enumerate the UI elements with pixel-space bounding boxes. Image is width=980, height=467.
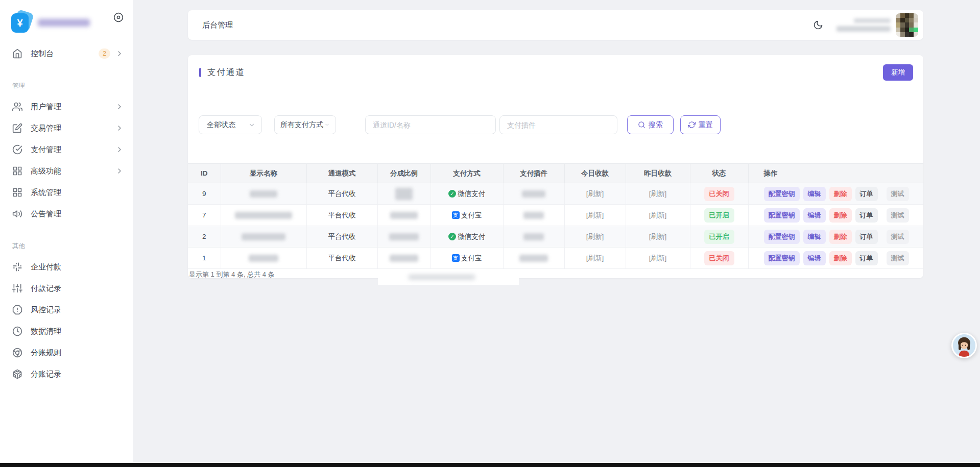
sidebar-item-risk-records[interactable]: 风控记录 bbox=[0, 299, 133, 321]
alert-octagon-icon bbox=[12, 305, 22, 315]
wechat-pay-icon: ✓ bbox=[448, 233, 456, 240]
delete-button[interactable]: 删除 bbox=[829, 187, 852, 201]
sidebar-item-data-cleanup[interactable]: 数据清理 bbox=[0, 321, 133, 342]
refresh-link[interactable]: [刷新] bbox=[649, 254, 667, 262]
pay-method-select-value: 所有支付方式 bbox=[280, 120, 323, 130]
test-button[interactable]: 测试 bbox=[887, 208, 909, 223]
status-select[interactable]: 全部状态 bbox=[199, 115, 262, 134]
col-header-display-name: 显示名称 bbox=[221, 164, 306, 183]
col-header-today-income: 今日收款 bbox=[564, 164, 626, 183]
status-badge: 已关闭 bbox=[704, 187, 734, 201]
test-button[interactable]: 测试 bbox=[887, 251, 909, 265]
sidebar-item-console[interactable]: 控制台 2 bbox=[0, 43, 133, 64]
cell-status: 已关闭 bbox=[690, 183, 748, 205]
sidebar-item-user-management[interactable]: 用户管理 bbox=[0, 96, 133, 117]
add-button[interactable]: 新增 bbox=[883, 64, 913, 81]
refresh-link[interactable]: [刷新] bbox=[649, 190, 667, 198]
status-badge: 已开启 bbox=[704, 230, 734, 244]
cell-id: 9 bbox=[188, 183, 221, 205]
filter-bar: 全部状态 所有支付方式 搜索 重置 bbox=[199, 115, 721, 134]
order-button[interactable]: 订单 bbox=[855, 208, 878, 223]
delete-button[interactable]: 删除 bbox=[829, 208, 852, 223]
cell-split-ratio-blurred bbox=[377, 205, 431, 226]
sidebar-item-label: 高级功能 bbox=[31, 166, 115, 176]
bottom-bar bbox=[0, 463, 980, 467]
chrome-disc-icon bbox=[12, 348, 22, 358]
cell-status: 已开启 bbox=[690, 226, 748, 248]
delete-button[interactable]: 删除 bbox=[829, 251, 852, 265]
sidebar-item-label: 系统管理 bbox=[31, 188, 124, 198]
edit-icon bbox=[12, 123, 22, 133]
sidebar-item-payment-records[interactable]: 付款记录 bbox=[0, 278, 133, 299]
edit-button[interactable]: 编辑 bbox=[803, 208, 826, 223]
order-button[interactable]: 订单 bbox=[855, 251, 878, 265]
refresh-link[interactable]: [刷新] bbox=[586, 190, 604, 198]
configure-key-button[interactable]: 配置密钥 bbox=[764, 187, 800, 201]
username-blurred bbox=[836, 18, 891, 32]
pay-plugin-input[interactable] bbox=[499, 115, 617, 134]
table-row: 2 平台代收 ✓微信支付 [刷新] [刷新] 已开启 配置密钥编辑删除订单测试 bbox=[188, 226, 923, 248]
sidebar-item-label: 分账记录 bbox=[31, 370, 124, 379]
dark-mode-toggle-icon[interactable] bbox=[813, 20, 823, 30]
sidebar-item-trade-management[interactable]: 交易管理 bbox=[0, 117, 133, 139]
refresh-link[interactable]: [刷新] bbox=[649, 211, 667, 219]
delete-button[interactable]: 删除 bbox=[829, 230, 852, 244]
refresh-link[interactable]: [刷新] bbox=[649, 233, 667, 240]
sidebar-item-system-management[interactable]: 系统管理 bbox=[0, 182, 133, 203]
slack-icon bbox=[12, 262, 22, 272]
page-title: 支付通道 bbox=[207, 67, 245, 78]
edit-button[interactable]: 编辑 bbox=[803, 251, 826, 265]
configure-key-button[interactable]: 配置密钥 bbox=[764, 230, 800, 244]
test-button[interactable]: 测试 bbox=[887, 230, 909, 244]
reset-button[interactable]: 重置 bbox=[680, 115, 721, 134]
cell-split-ratio-blurred bbox=[377, 248, 431, 269]
grid-icon bbox=[12, 166, 22, 176]
cell-actions: 配置密钥编辑删除订单测试 bbox=[748, 183, 923, 205]
sidebar-item-label: 控制台 bbox=[31, 49, 99, 59]
col-header-channel-mode: 通道模式 bbox=[306, 164, 377, 183]
speaker-icon bbox=[12, 209, 22, 219]
sidebar-collapse-icon[interactable] bbox=[113, 12, 124, 22]
sidebar: ¥ 控制台 2 管理 用户管理 交易管理 支付管理 bbox=[0, 0, 133, 467]
chevron-right-icon bbox=[115, 103, 124, 111]
refresh-link[interactable]: [刷新] bbox=[586, 233, 604, 240]
topbar: 后台管理 bbox=[188, 10, 923, 40]
test-button[interactable]: 测试 bbox=[887, 187, 909, 201]
order-button[interactable]: 订单 bbox=[855, 230, 878, 244]
sidebar-item-label: 交易管理 bbox=[31, 124, 115, 133]
sidebar-item-label: 风控记录 bbox=[31, 305, 124, 315]
cell-display-name-blurred bbox=[221, 183, 306, 205]
configure-key-button[interactable]: 配置密钥 bbox=[764, 208, 800, 223]
console-badge: 2 bbox=[99, 48, 110, 59]
refresh-link[interactable]: [刷新] bbox=[586, 254, 604, 262]
edit-button[interactable]: 编辑 bbox=[803, 230, 826, 244]
order-button[interactable]: 订单 bbox=[855, 187, 878, 201]
sidebar-item-enterprise-payment[interactable]: 企业付款 bbox=[0, 256, 133, 278]
floating-assistant-avatar[interactable] bbox=[951, 333, 977, 358]
chevron-down-icon bbox=[324, 122, 330, 128]
sidebar-section-manage: 管理 bbox=[0, 76, 133, 96]
sidebar-item-split-rules[interactable]: 分账规则 bbox=[0, 342, 133, 363]
col-header-actions: 操作 bbox=[748, 164, 923, 183]
refresh-link[interactable]: [刷新] bbox=[586, 211, 604, 219]
cell-channel-mode: 平台代收 bbox=[306, 248, 377, 269]
pay-method-select[interactable]: 所有支付方式 bbox=[274, 115, 336, 134]
cell-yesterday-income: [刷新] bbox=[626, 205, 690, 226]
cell-pay-method: ✓微信支付 bbox=[431, 226, 503, 248]
sidebar-item-payment-management[interactable]: 支付管理 bbox=[0, 139, 133, 160]
sidebar-item-advanced-features[interactable]: 高级功能 bbox=[0, 160, 133, 182]
table-row: 1 平台代收 支支付宝 [刷新] [刷新] 已关闭 配置密钥编辑删除订单测试 bbox=[188, 248, 923, 269]
sidebar-item-announcement-management[interactable]: 公告管理 bbox=[0, 203, 133, 225]
users-icon bbox=[12, 102, 22, 112]
edit-button[interactable]: 编辑 bbox=[803, 187, 826, 201]
cell-yesterday-income: [刷新] bbox=[626, 226, 690, 248]
configure-key-button[interactable]: 配置密钥 bbox=[764, 251, 800, 265]
sidebar-item-label: 企业付款 bbox=[31, 262, 124, 272]
topbar-title: 后台管理 bbox=[202, 20, 233, 30]
sidebar-item-split-records[interactable]: 分账记录 bbox=[0, 363, 133, 385]
channel-id-input[interactable] bbox=[365, 115, 496, 134]
col-header-split-ratio: 分成比例 bbox=[377, 164, 431, 183]
search-button[interactable]: 搜索 bbox=[627, 115, 674, 134]
avatar[interactable] bbox=[896, 13, 918, 37]
cell-pay-method: ✓微信支付 bbox=[431, 183, 503, 205]
